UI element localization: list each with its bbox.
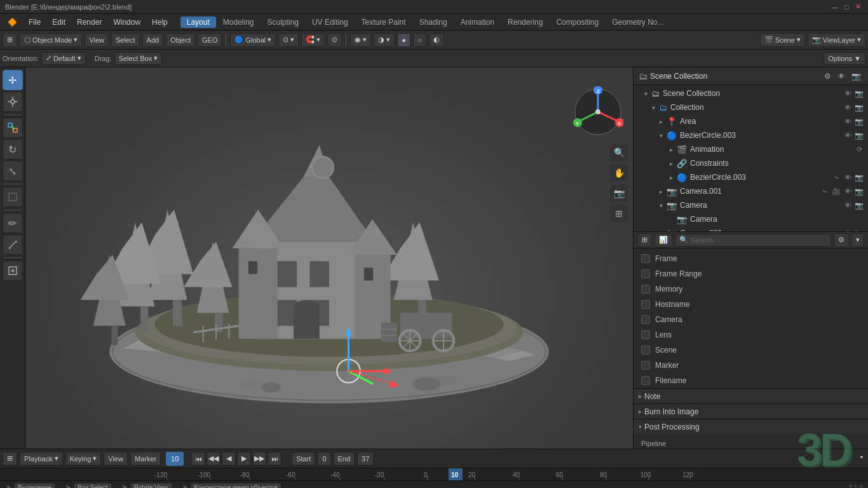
viewport-shading-3[interactable]: ◐ — [429, 33, 444, 47]
end-value[interactable]: 37 — [357, 452, 374, 466]
expand-camera-parent[interactable]: ▾ — [656, 201, 665, 210]
maximize-button[interactable]: □ — [841, 2, 851, 12]
area-eye-btn[interactable]: 👁 — [843, 116, 853, 126]
tree-item-area[interactable]: ▸ 📍 Area 👁 📷 — [634, 114, 868, 128]
rotate-tool-button[interactable]: ↻ — [3, 139, 23, 159]
tab-rendering[interactable]: Rendering — [501, 17, 549, 28]
tree-item-scene-collection[interactable]: ▾ 🗂 Scene Collection 👁 📷 — [634, 86, 868, 100]
camera-overlay-button[interactable]: 📷 — [610, 184, 628, 202]
object-mode-dropdown[interactable]: ⬡ Object Mode ▾ — [20, 33, 82, 47]
view-menu-tl[interactable]: View — [104, 452, 128, 466]
transform2-tool-button[interactable] — [3, 187, 23, 207]
prop-hostname-checkbox[interactable] — [641, 300, 650, 309]
pivot-point[interactable]: ⊙▾ — [278, 33, 299, 47]
cam1-eye-btn[interactable]: 👁 — [843, 186, 853, 196]
jump-start-button[interactable]: ⏮ — [191, 452, 205, 466]
select-menu[interactable]: Select — [111, 33, 140, 47]
prop-frame-checkbox[interactable] — [641, 254, 650, 263]
marker-menu[interactable]: Marker — [130, 452, 161, 466]
menu-help[interactable]: Help — [147, 17, 173, 28]
expand-bezier-child[interactable]: ▸ — [667, 173, 675, 182]
tab-geometry-nodes[interactable]: Geometry No... — [606, 17, 670, 28]
prop-camera-checkbox[interactable] — [641, 315, 650, 324]
camp-cam-btn[interactable]: 📷 — [854, 200, 864, 210]
jump-end-button[interactable]: ⏭ — [268, 452, 281, 466]
tab-texture-paint[interactable]: Texture Paint — [355, 17, 412, 28]
expand-collection[interactable]: ▾ — [649, 103, 658, 112]
cursor-tool-button[interactable]: ✛ — [3, 70, 23, 90]
viewport-shading[interactable]: ● — [397, 33, 410, 47]
tree-item-animation[interactable]: ▸ 🎬 Animation ⟳ — [634, 142, 868, 156]
tab-animation[interactable]: Animation — [454, 17, 501, 28]
drag-dropdown[interactable]: Select Box ▾ — [114, 52, 163, 65]
editor-type-button[interactable]: ⊞ — [3, 33, 17, 47]
eye-icon[interactable]: 👁 — [836, 72, 847, 81]
prop-camera[interactable]: Camera — [634, 312, 868, 327]
render-icon[interactable]: 📷 — [850, 72, 863, 81]
xray-toggle[interactable]: ◑▾ — [374, 33, 395, 47]
next-frame-button[interactable]: ▶▶ — [252, 452, 266, 466]
col-eye-btn[interactable]: 👁 — [843, 102, 853, 112]
prop-filename-checkbox[interactable] — [641, 376, 650, 385]
playback-menu[interactable]: Playback ▾ — [20, 452, 63, 466]
tree-item-constraints[interactable]: ▸ 🔗 Constraints — [634, 156, 868, 170]
scene-dropdown[interactable]: 🎬 Scene ▾ — [760, 33, 805, 47]
measure-tool-button[interactable] — [3, 234, 23, 255]
menu-file[interactable]: File — [24, 17, 46, 28]
tree-item-camera002[interactable]: ▸ 📷 Camera.002 👁 📷 — [634, 226, 868, 231]
cam1-cam-btn[interactable]: 📷 — [854, 186, 864, 196]
tree-item-camera001[interactable]: ▸ 📷 Camera.001 ⤷ 🎥 👁 📷 — [634, 184, 868, 198]
expand-scene-collection[interactable]: ▾ — [641, 89, 650, 98]
bz-cam-btn[interactable]: 📷 — [854, 130, 864, 140]
expand-camera001[interactable]: ▸ — [656, 187, 665, 196]
menu-blender[interactable]: 🔶 — [3, 17, 22, 28]
prop-lens-checkbox[interactable] — [641, 330, 650, 339]
prop-frame-range-checkbox[interactable] — [641, 269, 650, 278]
close-button[interactable]: ✕ — [853, 2, 863, 12]
snapping-toggle[interactable]: 🧲▾ — [301, 33, 325, 47]
play-button[interactable]: ▶ — [237, 452, 251, 466]
start-value[interactable]: 0 — [318, 452, 330, 466]
prop-marker[interactable]: Marker — [634, 358, 868, 373]
viewlayer-dropdown[interactable]: 📷 ViewLayer ▾ — [808, 33, 865, 47]
tree-item-bezier-child[interactable]: ▸ 🔵 BezierCircle.003 ⤷ 👁 📷 — [634, 170, 868, 184]
area-cam-btn[interactable]: 📷 — [854, 116, 864, 126]
zoom-overlay-button[interactable]: 🔍 — [610, 144, 628, 161]
prop-marker-checkbox[interactable] — [641, 361, 650, 370]
expand-constraints[interactable]: ▸ — [667, 159, 675, 168]
menu-window[interactable]: Window — [108, 17, 146, 28]
prop-hostname[interactable]: Hostname — [634, 297, 868, 312]
camp-eye-btn[interactable]: 👁 — [843, 200, 853, 210]
tab-modeling[interactable]: Modeling — [217, 17, 261, 28]
note-section-header[interactable]: ▸ Note — [634, 388, 868, 403]
rp-expand-btn[interactable]: ▾ — [851, 233, 864, 247]
tab-uv-editing[interactable]: UV Editing — [306, 17, 355, 28]
add-menu[interactable]: Add — [142, 33, 164, 47]
tree-item-collection[interactable]: ▾ 🗂 Collection 👁 📷 — [634, 100, 868, 114]
geo-button[interactable]: GEO — [198, 33, 222, 47]
prop-lens[interactable]: Lens — [634, 327, 868, 342]
viewport[interactable]: Z X Y 🔍 ✋ 📷 ⊞ — [25, 67, 633, 449]
prev-keyframe-button[interactable]: ◀◀ — [207, 452, 220, 466]
expand-bezier-parent[interactable]: ▾ — [656, 131, 665, 140]
move-tool-button[interactable] — [3, 92, 23, 112]
tree-item-camera-parent[interactable]: ▾ 📷 Camera 👁 📷 — [634, 198, 868, 212]
prev-frame-button[interactable]: ◀ — [222, 452, 236, 466]
orientation-dropdown[interactable]: ⤢ Default ▾ — [41, 52, 86, 65]
expand-area[interactable]: ▸ — [656, 117, 665, 126]
filter-icon[interactable]: ⚙ — [822, 72, 833, 81]
sc-cam-btn[interactable]: 📷 — [854, 88, 864, 98]
rp-mode-btn[interactable]: 📊 — [654, 233, 672, 247]
minimize-button[interactable]: — — [830, 2, 840, 12]
menu-edit[interactable]: Edit — [47, 17, 71, 28]
annotate-tool-button[interactable]: ✏ — [3, 213, 23, 233]
prop-memory-checkbox[interactable] — [641, 285, 650, 294]
add-cube-button[interactable] — [3, 261, 23, 281]
expand-animation[interactable]: ▸ — [667, 145, 675, 154]
grid-overlay-button[interactable]: ⊞ — [610, 205, 628, 222]
tab-shading[interactable]: Shading — [413, 17, 454, 28]
prop-memory[interactable]: Memory — [634, 281, 868, 297]
view-menu[interactable]: View — [85, 33, 109, 47]
sc-eye-btn[interactable]: 👁 — [843, 88, 853, 98]
bzc-cam-btn[interactable]: 📷 — [854, 172, 864, 182]
